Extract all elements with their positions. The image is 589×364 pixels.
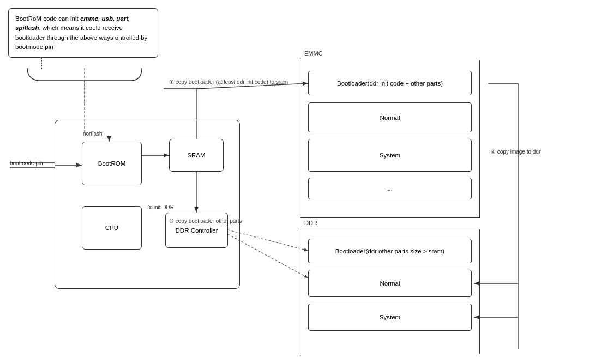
diagram-container: BootRoM code can init emmc, usb, uart, s… <box>0 0 589 364</box>
emmc-normal-box: Normal <box>308 102 472 132</box>
svg-line-13 <box>228 230 308 251</box>
sram-box: SRAM <box>169 139 224 172</box>
emmc-system-box: System <box>308 139 472 172</box>
step2-label: ② init DDR <box>147 204 174 210</box>
step1-label: ① copy bootloader (at least ddr init cod… <box>169 79 288 85</box>
ddr-normal-box: Normal <box>308 270 472 297</box>
svg-line-14 <box>228 234 308 278</box>
ddr-system-box: System <box>308 304 472 331</box>
bootrom-box: BootROM <box>82 142 142 185</box>
step3-label: ③ copy bootloader other parts <box>169 218 242 224</box>
copy-ddr-label: ④ copy image to ddr <box>491 149 540 155</box>
cpu-box: CPU <box>82 206 142 250</box>
emmc-bootloader-box: Bootloader(ddr init code + other parts) <box>308 71 472 95</box>
bootmode-pin-label: bootmode pin <box>10 160 43 166</box>
emmc-dots-box: ... <box>308 178 472 199</box>
callout-box: BootRoM code can init emmc, usb, uart, s… <box>8 8 158 58</box>
emmc-label: EMMC <box>304 50 323 57</box>
norflash-label: norflash <box>83 131 103 137</box>
ddr-bootloader-box: Bootloader(ddr other parts size > sram) <box>308 239 472 263</box>
ddr-label: DDR <box>304 220 317 226</box>
